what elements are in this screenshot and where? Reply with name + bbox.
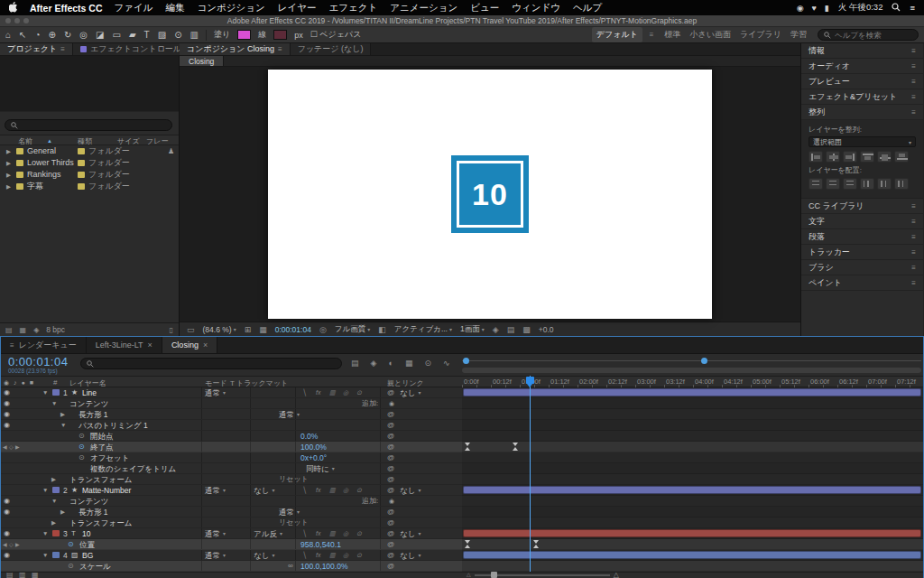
project-search-input[interactable] xyxy=(22,121,99,130)
layer-row[interactable]: ◉▼1★Line通常▾╲fx▥◎⊙@なし▾ xyxy=(1,387,923,398)
parent-dropdown[interactable]: なし▾ xyxy=(400,550,420,561)
track-matte-dropdown[interactable]: なし▾ xyxy=(254,550,274,561)
timeline-search-input[interactable] xyxy=(97,359,323,368)
app-name[interactable]: After Effects CC xyxy=(30,3,103,14)
panel-collapsed-8[interactable]: トラッカー≡ xyxy=(801,245,923,260)
resolution[interactable]: フル画質▾ xyxy=(335,324,370,335)
workspace-item-0[interactable]: 標準 xyxy=(661,27,685,42)
pickwhip-icon[interactable]: @ xyxy=(387,420,394,431)
group-blend-mode-dropdown[interactable]: 通常▾ xyxy=(279,507,300,517)
notification-center-icon[interactable]: ≡ xyxy=(910,3,915,13)
panel-menu-icon[interactable]: ≡ xyxy=(911,279,916,287)
project-row[interactable]: ▶字幕フォルダー xyxy=(0,181,179,192)
grid-options-icon[interactable]: ⊞ xyxy=(245,325,252,334)
column-number[interactable]: # xyxy=(53,378,57,387)
row-track[interactable] xyxy=(462,409,923,420)
distribute-right-icon[interactable] xyxy=(894,178,909,190)
timeline-tab-2[interactable]: Closing× xyxy=(162,337,217,353)
expander-icon[interactable]: ▼ xyxy=(42,485,48,496)
row-track[interactable] xyxy=(462,474,923,485)
timeline-search[interactable] xyxy=(80,358,342,369)
property-label[interactable]: 位置 xyxy=(79,539,95,550)
delete-icon[interactable]: ▯ xyxy=(170,326,173,334)
parent-dropdown[interactable]: なし▾ xyxy=(400,528,420,539)
group-label[interactable]: コンテンツ xyxy=(69,496,109,507)
transparency-grid-icon[interactable]: ▩ xyxy=(522,325,531,334)
row-track[interactable] xyxy=(462,528,923,539)
layer-duration-bar[interactable] xyxy=(463,486,921,494)
group-row[interactable]: ◉▶長方形 1通常▾@ xyxy=(1,409,923,420)
layer-color-chip[interactable] xyxy=(52,552,60,558)
group-label[interactable]: パスのトリミング 1 xyxy=(79,420,148,431)
group-blend-mode-dropdown[interactable]: 通常▾ xyxy=(279,409,300,420)
project-row[interactable]: ▶Rankingsフォルダー xyxy=(0,169,179,181)
group-label[interactable]: 長方形 1 xyxy=(79,409,108,420)
window-controls[interactable] xyxy=(5,18,29,23)
add-button-icon[interactable]: ◉ xyxy=(389,398,394,409)
camera-view[interactable]: アクティブカ...▾ xyxy=(394,324,452,335)
panel-menu-icon[interactable]: ≡ xyxy=(911,108,916,117)
menu-3[interactable]: レイヤー xyxy=(278,2,317,14)
track-matte-dropdown[interactable]: なし▾ xyxy=(254,485,274,496)
group-row[interactable]: ◉▼パスのトリミング 1@ xyxy=(1,420,923,431)
track-matte-dropdown[interactable]: アル反▾ xyxy=(254,528,282,539)
keyframe-icon[interactable] xyxy=(465,443,470,451)
spotlight-search-icon[interactable] xyxy=(892,3,901,14)
expand-in-out-controls-icon[interactable]: ▦ xyxy=(32,571,39,578)
panel-align-header[interactable]: 整列≡ xyxy=(801,105,923,120)
menu-5[interactable]: アニメーション xyxy=(390,2,457,14)
stopwatch-icon[interactable]: ⊙ xyxy=(79,452,85,463)
shape-tool-icon[interactable]: ▭ xyxy=(112,27,120,43)
expand-arrow-icon[interactable]: ▶ xyxy=(6,157,11,169)
close-tab-icon[interactable]: × xyxy=(148,340,152,350)
layer-switch-icon[interactable]: ◎ xyxy=(343,387,348,398)
minimize-window-icon[interactable] xyxy=(14,18,20,23)
apple-menu-icon[interactable] xyxy=(9,2,18,14)
workspace-current[interactable]: デフォルト xyxy=(592,27,642,42)
expand-arrow-icon[interactable]: ▶ xyxy=(6,169,11,181)
tab-footage[interactable]: フッテージ (なし) xyxy=(291,43,372,55)
expander-icon[interactable]: ▼ xyxy=(60,420,66,431)
workspace-item-3[interactable]: 学習 xyxy=(787,27,810,42)
row-track[interactable] xyxy=(462,431,923,442)
fast-previews-icon[interactable]: ▤ xyxy=(507,325,515,334)
layer-switch-icon[interactable]: ╲ xyxy=(302,550,306,561)
folder-color-chip[interactable] xyxy=(16,172,23,178)
close-window-icon[interactable] xyxy=(5,18,11,23)
constrain-link-icon[interactable]: ∞ xyxy=(288,561,293,572)
distribute-top-icon[interactable] xyxy=(808,178,823,190)
group-label[interactable]: コンテンツ xyxy=(69,398,109,409)
expand-layer-switches-icon[interactable]: ▤ xyxy=(6,571,14,578)
property-value[interactable]: 0.0% xyxy=(300,431,318,442)
layer-row[interactable]: ◉▼4▨BG通常▾なし▾╲fx▥◎⊙@なし▾ xyxy=(1,550,923,561)
layer-switch-icon[interactable]: ◎ xyxy=(343,485,348,496)
blend-mode-dropdown[interactable]: 通常▾ xyxy=(205,550,226,561)
rotation-tool-icon[interactable]: ↻ xyxy=(64,27,71,43)
panel-collapsed-6[interactable]: 文字≡ xyxy=(801,214,923,229)
sort-ascending-icon[interactable]: ▲ xyxy=(47,138,52,144)
stopwatch-icon[interactable]: ⊙ xyxy=(68,561,74,572)
expand-arrow-icon[interactable]: ▶ xyxy=(6,145,11,157)
layer-color-chip[interactable] xyxy=(52,487,60,493)
property-option-dropdown[interactable]: 同時に▾ xyxy=(306,463,335,474)
window-title-bar[interactable]: Adobe After Effects CC 2019 - /Volumes/T… xyxy=(0,15,924,27)
group-row[interactable]: ▶トランスフォームリセット@ xyxy=(1,474,923,485)
panel-collapsed-10[interactable]: ペイント≡ xyxy=(801,275,923,291)
draft-3d-icon[interactable]: ◈ xyxy=(371,359,377,368)
panel-menu-icon[interactable]: ≡ xyxy=(911,248,916,256)
previous-keyframe-icon[interactable]: ◀ xyxy=(3,539,7,550)
layer-switch-icon[interactable]: ▥ xyxy=(329,387,336,398)
playhead-handle[interactable] xyxy=(526,377,534,384)
expand-arrow-icon[interactable]: ▶ xyxy=(6,181,11,192)
expander-icon[interactable]: ▼ xyxy=(42,528,48,539)
time-navigator[interactable] xyxy=(462,354,923,376)
layer-switch-icon[interactable]: fx xyxy=(316,550,320,561)
zoom-slider-track[interactable] xyxy=(475,574,610,576)
row-track[interactable] xyxy=(462,463,923,474)
row-track[interactable] xyxy=(462,550,923,561)
menu-2[interactable]: コンポジション xyxy=(198,2,265,14)
checkbox-icon[interactable]: ☐ xyxy=(310,30,318,39)
row-track[interactable] xyxy=(462,420,923,431)
layer-switch-icon[interactable]: ◎ xyxy=(343,550,348,561)
eye-icon[interactable]: ◉ xyxy=(4,528,10,539)
